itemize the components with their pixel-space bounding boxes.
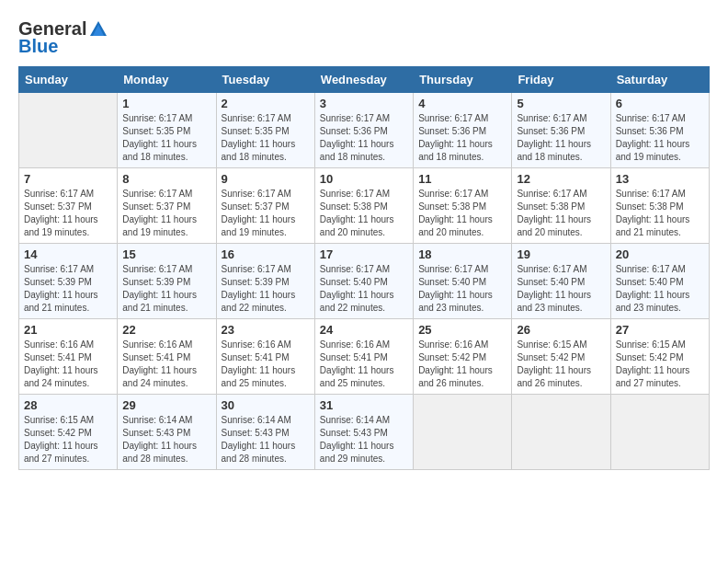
day-number: 29 xyxy=(122,398,210,412)
week-row-2: 7Sunrise: 6:17 AMSunset: 5:37 PMDaylight… xyxy=(19,168,710,244)
logo-blue-text: Blue xyxy=(18,36,58,57)
day-number: 25 xyxy=(418,323,506,337)
day-cell: 24Sunrise: 6:16 AMSunset: 5:41 PMDayligh… xyxy=(314,319,413,395)
day-cell xyxy=(414,395,512,470)
day-cell: 27Sunrise: 6:15 AMSunset: 5:42 PMDayligh… xyxy=(610,319,709,395)
calendar-table: SundayMondayTuesdayWednesdayThursdayFrid… xyxy=(18,66,710,470)
day-detail: Sunrise: 6:17 AMSunset: 5:37 PMDaylight:… xyxy=(122,188,210,239)
day-cell: 22Sunrise: 6:16 AMSunset: 5:41 PMDayligh… xyxy=(118,319,216,395)
day-number: 17 xyxy=(320,247,408,261)
day-cell: 16Sunrise: 6:17 AMSunset: 5:39 PMDayligh… xyxy=(216,244,314,319)
day-number: 5 xyxy=(517,97,605,110)
logo-icon xyxy=(88,19,108,40)
calendar-header: SundayMondayTuesdayWednesdayThursdayFrid… xyxy=(19,67,710,93)
day-detail: Sunrise: 6:14 AMSunset: 5:43 PMDaylight:… xyxy=(222,414,310,465)
day-detail: Sunrise: 6:17 AMSunset: 5:37 PMDaylight:… xyxy=(24,188,112,239)
header-cell-monday: Monday xyxy=(118,67,216,93)
day-number: 3 xyxy=(320,97,408,110)
day-cell: 30Sunrise: 6:14 AMSunset: 5:43 PMDayligh… xyxy=(216,395,314,470)
day-number: 14 xyxy=(24,247,112,261)
day-number: 30 xyxy=(222,398,310,412)
day-number: 24 xyxy=(320,323,408,337)
day-cell: 2Sunrise: 6:17 AMSunset: 5:35 PMDaylight… xyxy=(216,93,314,168)
day-number: 19 xyxy=(517,247,605,261)
day-detail: Sunrise: 6:17 AMSunset: 5:36 PMDaylight:… xyxy=(517,112,605,164)
day-cell: 13Sunrise: 6:17 AMSunset: 5:38 PMDayligh… xyxy=(610,168,709,244)
day-number: 7 xyxy=(24,172,112,186)
day-detail: Sunrise: 6:16 AMSunset: 5:41 PMDaylight:… xyxy=(222,339,310,390)
day-detail: Sunrise: 6:17 AMSunset: 5:40 PMDaylight:… xyxy=(616,263,704,315)
day-number: 12 xyxy=(517,172,605,186)
day-cell xyxy=(610,395,709,470)
day-number: 6 xyxy=(616,97,704,110)
day-cell: 8Sunrise: 6:17 AMSunset: 5:37 PMDaylight… xyxy=(118,168,216,244)
day-number: 1 xyxy=(122,97,210,110)
header-cell-saturday: Saturday xyxy=(610,67,709,93)
day-detail: Sunrise: 6:17 AMSunset: 5:35 PMDaylight:… xyxy=(222,112,310,164)
day-cell: 14Sunrise: 6:17 AMSunset: 5:39 PMDayligh… xyxy=(19,244,118,319)
day-detail: Sunrise: 6:17 AMSunset: 5:39 PMDaylight:… xyxy=(222,263,310,315)
day-cell: 11Sunrise: 6:17 AMSunset: 5:38 PMDayligh… xyxy=(414,168,512,244)
day-cell: 19Sunrise: 6:17 AMSunset: 5:40 PMDayligh… xyxy=(512,244,610,319)
week-row-5: 28Sunrise: 6:15 AMSunset: 5:42 PMDayligh… xyxy=(19,395,710,470)
header-cell-sunday: Sunday xyxy=(19,67,118,93)
day-number: 4 xyxy=(418,97,506,110)
logo: General Blue xyxy=(18,18,108,57)
day-cell: 15Sunrise: 6:17 AMSunset: 5:39 PMDayligh… xyxy=(118,244,216,319)
day-number: 28 xyxy=(24,398,112,412)
day-detail: Sunrise: 6:17 AMSunset: 5:36 PMDaylight:… xyxy=(320,112,408,164)
day-cell: 23Sunrise: 6:16 AMSunset: 5:41 PMDayligh… xyxy=(216,319,314,395)
day-detail: Sunrise: 6:16 AMSunset: 5:41 PMDaylight:… xyxy=(24,339,112,390)
day-cell: 9Sunrise: 6:17 AMSunset: 5:37 PMDaylight… xyxy=(216,168,314,244)
day-number: 10 xyxy=(320,172,408,186)
day-cell: 10Sunrise: 6:17 AMSunset: 5:38 PMDayligh… xyxy=(314,168,413,244)
day-cell: 7Sunrise: 6:17 AMSunset: 5:37 PMDaylight… xyxy=(19,168,118,244)
header-row: SundayMondayTuesdayWednesdayThursdayFrid… xyxy=(19,67,710,93)
day-number: 23 xyxy=(222,323,310,337)
day-cell xyxy=(19,93,118,168)
day-cell: 18Sunrise: 6:17 AMSunset: 5:40 PMDayligh… xyxy=(414,244,512,319)
day-number: 9 xyxy=(222,172,310,186)
day-detail: Sunrise: 6:17 AMSunset: 5:40 PMDaylight:… xyxy=(320,263,408,315)
day-number: 31 xyxy=(320,398,408,412)
day-detail: Sunrise: 6:14 AMSunset: 5:43 PMDaylight:… xyxy=(320,414,408,465)
day-cell: 28Sunrise: 6:15 AMSunset: 5:42 PMDayligh… xyxy=(19,395,118,470)
day-cell: 4Sunrise: 6:17 AMSunset: 5:36 PMDaylight… xyxy=(414,93,512,168)
day-detail: Sunrise: 6:17 AMSunset: 5:37 PMDaylight:… xyxy=(222,188,310,239)
day-number: 15 xyxy=(122,247,210,261)
day-detail: Sunrise: 6:17 AMSunset: 5:39 PMDaylight:… xyxy=(122,263,210,315)
day-number: 26 xyxy=(517,323,605,337)
day-detail: Sunrise: 6:14 AMSunset: 5:43 PMDaylight:… xyxy=(122,414,210,465)
day-cell: 25Sunrise: 6:16 AMSunset: 5:42 PMDayligh… xyxy=(414,319,512,395)
day-number: 2 xyxy=(222,97,310,110)
day-detail: Sunrise: 6:17 AMSunset: 5:36 PMDaylight:… xyxy=(418,112,506,164)
day-number: 16 xyxy=(222,247,310,261)
day-detail: Sunrise: 6:17 AMSunset: 5:36 PMDaylight:… xyxy=(616,112,704,164)
day-number: 13 xyxy=(616,172,704,186)
day-cell: 6Sunrise: 6:17 AMSunset: 5:36 PMDaylight… xyxy=(610,93,709,168)
day-detail: Sunrise: 6:17 AMSunset: 5:39 PMDaylight:… xyxy=(24,263,112,315)
day-number: 22 xyxy=(122,323,210,337)
day-number: 27 xyxy=(616,323,704,337)
week-row-1: 1Sunrise: 6:17 AMSunset: 5:35 PMDaylight… xyxy=(19,93,710,168)
header-cell-wednesday: Wednesday xyxy=(314,67,413,93)
day-number: 8 xyxy=(122,172,210,186)
day-detail: Sunrise: 6:17 AMSunset: 5:40 PMDaylight:… xyxy=(418,263,506,315)
day-detail: Sunrise: 6:17 AMSunset: 5:38 PMDaylight:… xyxy=(517,188,605,239)
day-cell: 29Sunrise: 6:14 AMSunset: 5:43 PMDayligh… xyxy=(118,395,216,470)
day-cell: 21Sunrise: 6:16 AMSunset: 5:41 PMDayligh… xyxy=(19,319,118,395)
header-cell-friday: Friday xyxy=(512,67,610,93)
day-detail: Sunrise: 6:17 AMSunset: 5:38 PMDaylight:… xyxy=(320,188,408,239)
day-cell: 31Sunrise: 6:14 AMSunset: 5:43 PMDayligh… xyxy=(314,395,413,470)
day-detail: Sunrise: 6:15 AMSunset: 5:42 PMDaylight:… xyxy=(517,339,605,390)
day-cell: 26Sunrise: 6:15 AMSunset: 5:42 PMDayligh… xyxy=(512,319,610,395)
day-detail: Sunrise: 6:17 AMSunset: 5:38 PMDaylight:… xyxy=(616,188,704,239)
day-cell: 1Sunrise: 6:17 AMSunset: 5:35 PMDaylight… xyxy=(118,93,216,168)
day-detail: Sunrise: 6:17 AMSunset: 5:35 PMDaylight:… xyxy=(122,112,210,164)
day-number: 21 xyxy=(24,323,112,337)
day-cell xyxy=(512,395,610,470)
week-row-4: 21Sunrise: 6:16 AMSunset: 5:41 PMDayligh… xyxy=(19,319,710,395)
day-cell: 17Sunrise: 6:17 AMSunset: 5:40 PMDayligh… xyxy=(314,244,413,319)
header-cell-tuesday: Tuesday xyxy=(216,67,314,93)
day-detail: Sunrise: 6:16 AMSunset: 5:42 PMDaylight:… xyxy=(418,339,506,390)
